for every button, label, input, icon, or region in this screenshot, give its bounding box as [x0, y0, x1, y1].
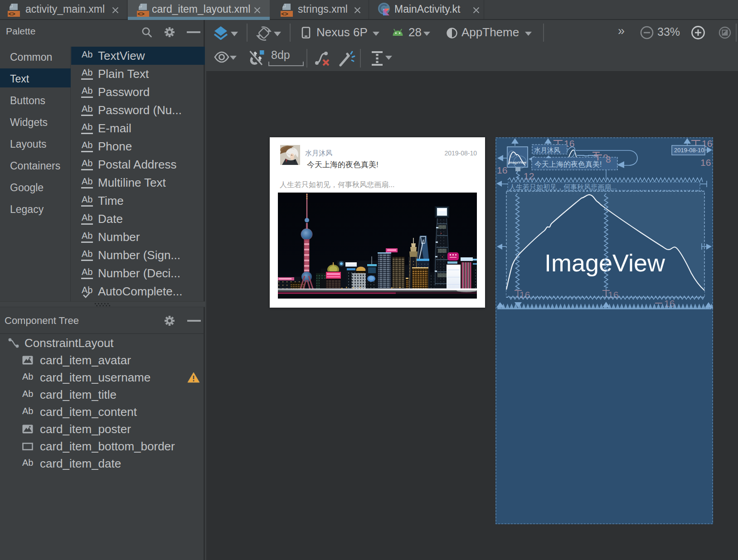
svg-text:16: 16	[497, 165, 507, 175]
svg-text:16: 16	[520, 290, 530, 300]
svg-text:今天上海的夜色真美!: 今天上海的夜色真美!	[534, 160, 602, 168]
svg-text:ImageView: ImageView	[509, 160, 526, 164]
svg-text:<>: <>	[8, 11, 15, 17]
svg-text:人生若只如初见，何事秋风悲画扇...: 人生若只如初见，何事秋风悲画扇...	[509, 183, 617, 191]
svg-text:水月沐风: 水月沐风	[534, 146, 560, 154]
svg-text:2019-08-10: 2019-08-10	[674, 147, 704, 154]
svg-text:<>: <>	[137, 11, 145, 17]
svg-text:8: 8	[606, 154, 611, 164]
svg-text:16: 16	[700, 157, 711, 168]
svg-text:<>: <>	[281, 11, 288, 17]
